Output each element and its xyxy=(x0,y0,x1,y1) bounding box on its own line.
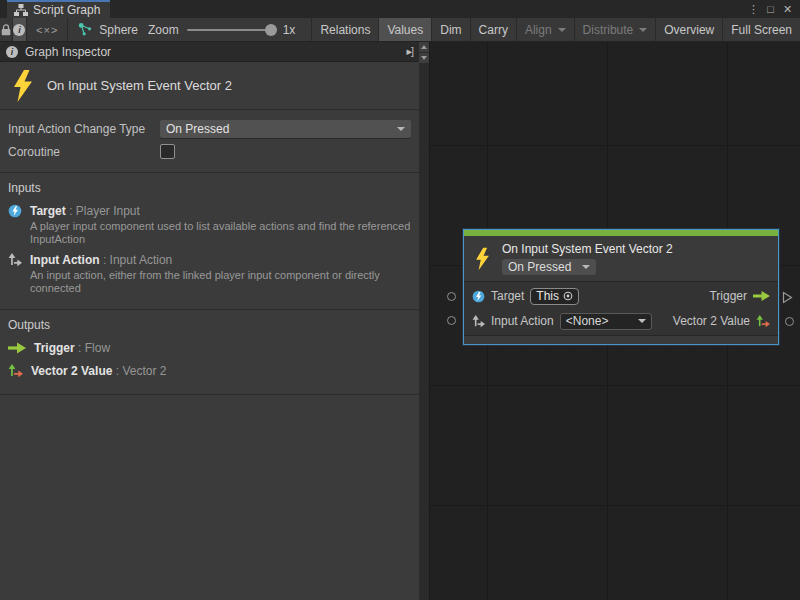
flow-arrow-icon xyxy=(753,290,770,302)
relations-label: Relations xyxy=(320,23,370,37)
target-object-field[interactable]: This xyxy=(530,288,579,305)
graph-reference: Sphere xyxy=(68,18,148,41)
graph-inspector-header: i Graph Inspector ▸] xyxy=(0,42,419,62)
node-body: Target This Trigger xyxy=(464,282,778,335)
vector2-icon xyxy=(8,364,23,378)
scroll-up-button[interactable] xyxy=(419,42,429,52)
separator: : xyxy=(116,364,119,378)
toolbar-button-group: Relations Values Dim Carry Align Distrib… xyxy=(311,18,800,41)
separator: : xyxy=(103,253,106,267)
chevron-down-icon xyxy=(639,28,647,32)
node-title-section: On Input System Event Vector 2 xyxy=(0,62,419,110)
unity-script-graph-window: Script Graph ⋮ □ ✕ i <×> xyxy=(0,0,800,600)
graph-asset-icon xyxy=(78,23,93,36)
trigger-port-item: Trigger : Flow xyxy=(0,340,419,355)
input-action-icon xyxy=(472,315,485,328)
tab-label: Script Graph xyxy=(33,3,100,17)
full-screen-button[interactable]: Full Screen xyxy=(723,18,800,41)
vector2-port-label: Vector 2 Value xyxy=(673,314,750,328)
event-type-value: On Pressed xyxy=(508,260,571,274)
input-action-value: <None> xyxy=(566,314,609,328)
target-object-value: This xyxy=(536,289,559,303)
dock-panel-icon[interactable]: ▸] xyxy=(406,45,413,58)
change-type-label: Input Action Change Type xyxy=(8,122,160,136)
triangle-down-icon xyxy=(421,56,427,60)
input-action-port-item: Input Action : Input Action An input act… xyxy=(0,252,419,295)
node-settings: Input Action Change Type On Pressed Coro… xyxy=(0,110,419,173)
separator: : xyxy=(69,204,72,218)
zoom-value: 1x xyxy=(283,23,296,37)
event-bolt-icon xyxy=(11,70,35,102)
input-action-port-label: Input Action xyxy=(491,314,554,328)
distribute-button[interactable]: Distribute xyxy=(575,18,657,41)
zoom-control: Zoom 1x xyxy=(148,18,295,41)
inspector-node-title: On Input System Event Vector 2 xyxy=(47,78,232,93)
coroutine-checkbox[interactable] xyxy=(160,144,175,159)
zoom-slider-handle[interactable] xyxy=(265,24,277,36)
chevron-down-icon xyxy=(638,319,646,323)
chevron-down-icon xyxy=(582,265,590,269)
inspect-toggle-button[interactable]: i xyxy=(13,18,27,41)
graph-name-label: Sphere xyxy=(99,23,138,37)
overview-label: Overview xyxy=(664,23,714,37)
target-input-port[interactable] xyxy=(447,292,456,301)
target-port-label: Target xyxy=(491,289,524,303)
vector2-type: Vector 2 xyxy=(122,364,166,378)
inputs-heading: Inputs xyxy=(0,181,419,197)
target-type: Player Input xyxy=(76,204,140,218)
vector2-port-item: Vector 2 Value : Vector 2 xyxy=(0,363,419,378)
coroutine-field: Coroutine xyxy=(8,142,411,161)
tab-script-graph[interactable]: Script Graph xyxy=(7,0,110,18)
zoom-slider[interactable] xyxy=(187,29,275,31)
target-port-item: Target : Player Input A player input com… xyxy=(0,203,419,246)
input-action-name: Input Action xyxy=(30,253,100,267)
input-action-type: Input Action xyxy=(110,253,173,267)
flow-arrow-icon xyxy=(8,342,26,354)
values-button[interactable]: Values xyxy=(379,18,432,41)
scroll-down-button[interactable] xyxy=(419,53,429,63)
code-icon: <×> xyxy=(36,24,58,36)
node-title: On Input System Event Vector 2 xyxy=(502,242,673,256)
object-picker-icon[interactable] xyxy=(563,291,573,301)
node-row-target: Target This Trigger xyxy=(472,285,770,308)
graph-hierarchy-icon xyxy=(14,4,28,16)
chevron-down-icon xyxy=(558,28,566,32)
maximize-icon[interactable]: □ xyxy=(762,3,779,15)
trigger-output-port[interactable] xyxy=(782,291,793,304)
window-menu-icon[interactable]: ⋮ xyxy=(745,3,762,16)
align-button[interactable]: Align xyxy=(517,18,575,41)
lock-button[interactable] xyxy=(0,18,13,41)
distribute-label: Distribute xyxy=(583,23,634,37)
input-action-dropdown[interactable]: <None> xyxy=(560,313,652,330)
event-bolt-icon xyxy=(474,247,491,271)
inputs-section: Inputs Target : Player Input A player in… xyxy=(0,173,419,310)
dim-label: Dim xyxy=(440,23,461,37)
graph-inspector-title: Graph Inspector xyxy=(25,45,111,59)
dim-button[interactable]: Dim xyxy=(432,18,470,41)
align-label: Align xyxy=(525,23,552,37)
full-screen-label: Full Screen xyxy=(731,23,792,37)
code-preview-button[interactable]: <×> xyxy=(27,18,68,41)
node-header[interactable]: On Input System Event Vector 2 On Presse… xyxy=(464,236,778,282)
carry-button[interactable]: Carry xyxy=(471,18,517,41)
chevron-down-icon xyxy=(397,127,405,131)
close-icon[interactable]: ✕ xyxy=(779,3,796,16)
values-label: Values xyxy=(387,23,423,37)
change-type-dropdown[interactable]: On Pressed xyxy=(160,120,411,138)
input-action-input-port[interactable] xyxy=(447,316,456,325)
target-description: A player input component used to list av… xyxy=(30,220,415,246)
event-type-dropdown[interactable]: On Pressed xyxy=(502,259,596,275)
trigger-name: Trigger xyxy=(34,341,75,355)
vector2-output-port[interactable] xyxy=(785,317,794,326)
event-node[interactable]: On Input System Event Vector 2 On Presse… xyxy=(463,229,779,345)
inspector-scrollbar[interactable] xyxy=(419,42,429,600)
outputs-section: Outputs Trigger : Flow Vector 2 Value xyxy=(0,310,419,395)
player-input-icon xyxy=(472,290,485,303)
info-icon: i xyxy=(13,24,25,36)
relations-button[interactable]: Relations xyxy=(311,18,379,41)
info-icon: i xyxy=(6,46,18,58)
node-row-input-action: Input Action <None> Vector 2 Value xyxy=(472,310,770,333)
coroutine-label: Coroutine xyxy=(8,145,160,159)
overview-button[interactable]: Overview xyxy=(656,18,723,41)
graph-canvas[interactable]: On Input System Event Vector 2 On Presse… xyxy=(429,42,800,600)
